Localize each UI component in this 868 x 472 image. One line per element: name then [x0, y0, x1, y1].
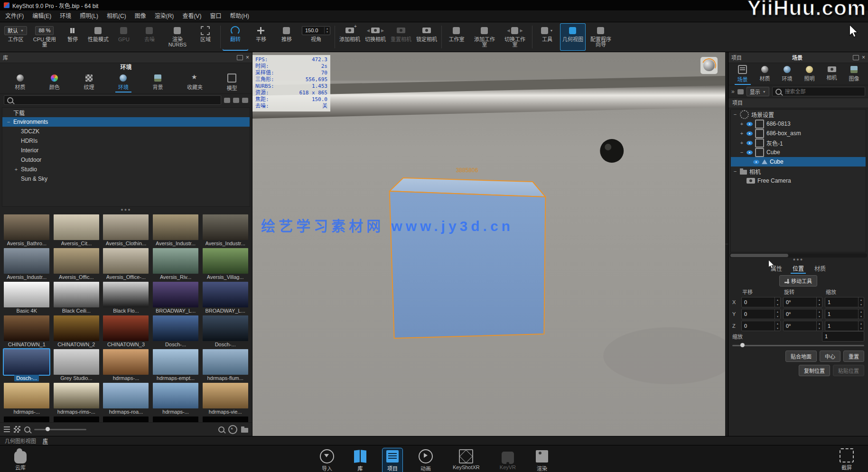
zoom-icon[interactable] — [24, 426, 30, 433]
scene-tree-item[interactable]: +686-0813 — [731, 119, 866, 129]
menu-item-5[interactable]: 图像 — [131, 10, 150, 22]
environment-thumbnail[interactable]: hdrmaps-... — [102, 349, 150, 381]
toolbar-workspace[interactable]: 默认▼工作区 — [2, 23, 29, 51]
library-tree-item[interactable]: 下载 — [2, 108, 250, 117]
transform-field[interactable]: 0°▲▼ — [783, 297, 822, 307]
menu-item-0[interactable]: 文件(F) — [1, 10, 28, 22]
expander-icon[interactable]: − — [733, 111, 737, 117]
scrollbar-thumb[interactable] — [730, 254, 788, 257]
library-tab-environment[interactable]: 环境 — [115, 73, 131, 93]
toolbar-performance[interactable]: 性能模式 — [85, 23, 111, 51]
refresh-icon[interactable] — [242, 98, 248, 103]
prev-arrow-icon[interactable]: ◀ — [367, 28, 370, 33]
dock-animation[interactable]: 动画 — [415, 448, 437, 472]
library-tree-item[interactable]: +Studio — [2, 165, 250, 174]
transform-field[interactable]: 0▲▼ — [741, 297, 781, 307]
slider-knob[interactable] — [740, 343, 745, 347]
menu-item-8[interactable]: 窗口 — [205, 10, 225, 22]
close-icon[interactable]: × — [862, 55, 865, 60]
horizontal-scrollbar[interactable] — [729, 253, 867, 258]
zoom-in-icon[interactable] — [218, 426, 224, 433]
project-tab-image[interactable]: 图像 — [846, 65, 862, 84]
undock-icon[interactable] — [853, 55, 859, 60]
toolbar-pause[interactable]: 暂停 — [60, 23, 85, 51]
scale-slider[interactable] — [732, 345, 864, 346]
environment-thumbnail[interactable]: Aversis_Villag... — [201, 248, 249, 280]
library-tree-item[interactable]: HDRIs — [2, 136, 250, 146]
environment-thumbnail[interactable]: hdrmaps-... — [152, 383, 200, 415]
scene-tree-item[interactable]: −场景设置 — [731, 110, 866, 119]
scene-tree-item[interactable]: Cube — [731, 157, 866, 167]
visibility-eye-icon[interactable] — [747, 141, 753, 145]
spin-up-icon[interactable]: ▲ — [817, 297, 822, 302]
library-tab-texture[interactable]: 纹理 — [81, 73, 97, 93]
add-folder-icon[interactable] — [224, 98, 230, 103]
thumbnail-size-slider[interactable] — [34, 429, 86, 430]
library-tree-item[interactable]: Interior — [2, 146, 250, 155]
library-search-input[interactable] — [16, 97, 218, 103]
toolbar-switch-studio[interactable]: ◀▶切换工作室 — [500, 23, 530, 51]
grid-view-icon[interactable] — [14, 426, 20, 433]
environment-thumbnail[interactable]: Aversis_Bathro... — [3, 214, 51, 247]
spin-up-icon[interactable]: ▲ — [775, 297, 780, 302]
environment-thumbnail[interactable]: Dosch-... — [152, 315, 200, 348]
project-tab-scene[interactable]: 场景 — [735, 64, 751, 85]
project-tab-camera[interactable]: 相机 — [824, 65, 840, 83]
environment-thumbnail[interactable]: Dosch-... — [201, 315, 249, 348]
project-tab-environment[interactable]: 环境 — [779, 65, 795, 84]
snap-to-ground-button[interactable]: 贴合地面 — [785, 351, 817, 362]
menu-item-7[interactable]: 查看(V) — [178, 10, 205, 22]
properties-tab[interactable]: 位置 — [791, 263, 806, 274]
spin-up-icon[interactable]: ▲ — [775, 321, 780, 326]
visibility-eye-icon[interactable] — [747, 131, 753, 136]
toolbar-dolly[interactable]: 推移 — [274, 23, 299, 51]
toolbar-cpu[interactable]: 88 %CPU 使用量 — [29, 23, 60, 51]
dock-import[interactable]: 导入 — [316, 448, 338, 472]
expander-icon[interactable]: + — [739, 130, 744, 136]
environment-thumbnail[interactable]: hdrmaps-vie... — [201, 383, 249, 415]
toolbar-nurbs[interactable]: 渲染NURBS — [162, 23, 193, 51]
spin-up-icon[interactable]: ▲ — [775, 309, 780, 314]
environment-thumbnail[interactable]: CHINATOWN_3 — [102, 315, 150, 348]
dock-cloud-library[interactable]: 云库 — [10, 447, 30, 472]
menu-item-1[interactable]: 编辑(E) — [28, 10, 56, 22]
transform-field[interactable]: 0°▲▼ — [783, 321, 822, 331]
transform-field[interactable]: 0▲▼ — [741, 309, 781, 319]
slider-knob[interactable] — [46, 427, 50, 431]
environment-thumbnail[interactable]: hdrmaps-roa... — [102, 383, 150, 415]
toolbar-studio[interactable]: 工作室 — [444, 23, 469, 51]
scene-tree-item[interactable]: −Cube — [731, 148, 866, 157]
environment-thumbnail[interactable]: Aversis_Industr... — [3, 248, 51, 280]
dock-keyshotxr[interactable]: KeyShotXR — [449, 448, 484, 472]
environment-thumbnail[interactable] — [53, 416, 101, 422]
spin-down-icon[interactable]: ▼ — [775, 326, 780, 331]
cube-front-face[interactable] — [390, 191, 546, 338]
environment-thumbnail[interactable] — [201, 416, 249, 422]
library-tree-item[interactable]: Sun & Sky — [2, 174, 250, 184]
visibility-eye-icon[interactable] — [747, 122, 753, 126]
environment-thumbnail[interactable]: Aversis_Industr... — [152, 214, 200, 247]
upload-icon[interactable] — [228, 425, 237, 434]
spin-up-icon[interactable]: ▲ — [817, 309, 822, 314]
spin-down-icon[interactable]: ▼ — [859, 314, 864, 319]
environment-thumbnail[interactable]: Aversis_Cit... — [53, 214, 101, 247]
dock-library-book[interactable]: 库 — [350, 448, 370, 472]
spin-up-icon[interactable]: ▲ — [859, 297, 864, 302]
toolbar-pan[interactable]: 平移 — [248, 23, 274, 51]
library-tree-item[interactable]: 3DCZK — [2, 127, 250, 136]
expander-icon[interactable]: + — [739, 140, 744, 146]
environment-thumbnail[interactable]: hdrmaps-... — [3, 383, 51, 415]
dock-project-doc[interactable]: 项目 — [383, 448, 402, 472]
library-search-box[interactable] — [4, 95, 221, 105]
scene-tree-item[interactable]: +灰色-1 — [731, 138, 866, 148]
expander-icon[interactable]: − — [739, 149, 744, 155]
project-tab-lighting[interactable]: 照明 — [802, 65, 818, 84]
spin-down-icon[interactable]: ▼ — [817, 302, 822, 307]
environment-thumbnail[interactable]: Grey Studio... — [53, 349, 101, 381]
environment-thumbnail[interactable] — [102, 416, 150, 422]
toolbar-add-studio[interactable]: 添加工作室 — [469, 23, 500, 51]
environment-thumbnail[interactable]: Dosch-... — [3, 349, 51, 381]
environment-thumbnail[interactable]: hdrmaps-flum... — [201, 349, 249, 381]
environment-thumbnail[interactable]: Aversis_Offic... — [53, 248, 101, 280]
scene-tree-item[interactable]: Free Camera — [731, 176, 866, 185]
